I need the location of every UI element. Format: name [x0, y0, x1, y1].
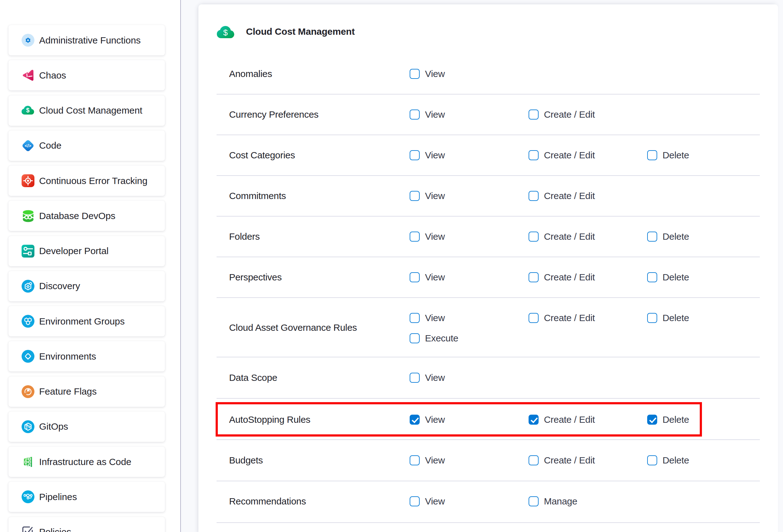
svg-text:$: $ [26, 107, 29, 114]
svg-text:</>: </> [25, 143, 31, 148]
svg-text:$: $ [223, 28, 228, 37]
